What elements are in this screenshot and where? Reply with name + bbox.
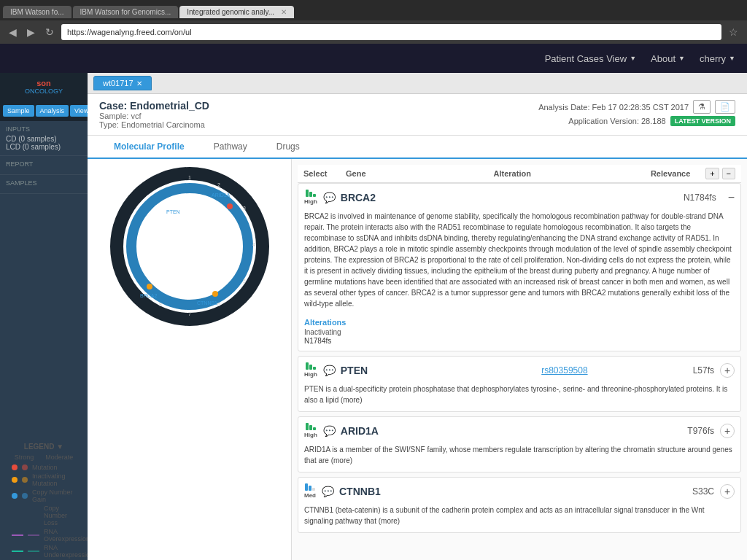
legend-item-copy-loss: Copy Number Loss <box>12 505 76 526</box>
gene-headers: Select Gene Alteration Relevance + − <box>298 165 741 183</box>
legend-item-rna-under: RNA Underexpression <box>12 544 76 559</box>
browser-tabs: IBM Watson fo... IBM Watson for Genomics… <box>0 0 747 20</box>
tab-pathway[interactable]: Pathway <box>199 136 262 159</box>
arid1a-bar-3 <box>313 427 316 430</box>
arid1a-relevance-badge: High <box>304 423 317 438</box>
brca2-relevance-label: High <box>304 198 317 205</box>
brca2-bar-2 <box>309 192 312 197</box>
refresh-button[interactable]: ↻ <box>42 25 57 39</box>
browser-tab-1[interactable]: IBM Watson fo... <box>3 6 71 18</box>
case-name: Case: Endometrial_CD <box>99 100 209 112</box>
arid1a-header[interactable]: High 💬 ARID1A T976fs + <box>298 417 740 444</box>
sidebar-sample-btn[interactable]: Sample <box>3 105 34 117</box>
pten-expand-button[interactable]: + <box>720 363 735 378</box>
case-header: Case: Endometrial_CD Sample: vcf Type: E… <box>88 94 747 136</box>
arid1a-bar-2 <box>309 425 312 430</box>
app-container: son ONCOLOGY Sample Analysis View Inputs… <box>0 73 747 560</box>
sidebar-inputs-value: CD (0 samples) <box>6 135 82 143</box>
svg-text:5: 5 <box>243 279 246 284</box>
sidebar-report-section: report <box>0 156 88 175</box>
expand-all-button[interactable]: + <box>705 168 719 179</box>
ctnnb1-header[interactable]: Med 💬 CTNNB1 S33C + <box>298 478 740 505</box>
brca2-collapse-icon[interactable]: − <box>728 191 735 204</box>
tab-drugs[interactable]: Drugs <box>262 136 314 159</box>
arid1a-mutation: T976fs <box>530 426 714 436</box>
circular-genome-svg: 1 2 3 4 5 6 7 8 ARID1A BRCA <box>109 166 270 327</box>
browser-tab-2[interactable]: IBM Watson for Genomics... <box>73 6 179 18</box>
copy-loss-label: Copy Number Loss <box>44 505 76 526</box>
svg-text:PTEN: PTEN <box>166 209 180 214</box>
svg-text:3: 3 <box>243 206 246 211</box>
brca2-mutation: N1784fs <box>531 192 716 203</box>
patient-cases-dropdown-icon: ▼ <box>630 55 636 62</box>
inactivating-dot-2 <box>22 477 28 483</box>
svg-text:6: 6 <box>217 302 220 307</box>
svg-point-12 <box>147 284 152 289</box>
browser-tab-3[interactable]: Integrated genomic analy... ✕ <box>179 6 294 18</box>
tab-close-icon[interactable]: ✕ <box>281 8 287 16</box>
about-dropdown-icon: ▼ <box>678 55 685 62</box>
ctnnb1-bar-3 <box>312 488 315 491</box>
export-button[interactable]: 📄 <box>715 100 735 114</box>
arid1a-expand-button[interactable]: + <box>720 424 735 438</box>
sidebar-analysis-btn[interactable]: Analysis <box>36 105 69 117</box>
copy-loss-line <box>12 515 23 516</box>
brca2-alteration-value: N1784fs <box>304 337 735 345</box>
brca2-gene-name: BRCA2 <box>341 192 525 203</box>
tab-bar: Molecular Profile Pathway Drugs <box>88 136 747 159</box>
case-tab-strip: wt01717 ✕ <box>88 73 747 94</box>
sidebar-lcd-value: LCD (0 samples) <box>6 143 82 151</box>
legend-item-copy-gain: Copy Number Gain <box>12 489 76 503</box>
svg-point-11 <box>227 203 233 209</box>
back-button[interactable]: ◀ <box>6 25 20 39</box>
legend-item-mutation: Mutation <box>12 464 76 471</box>
patient-cases-nav[interactable]: Patient Cases View ▼ <box>545 53 636 64</box>
svg-text:1: 1 <box>188 175 191 180</box>
evidence-labels: Strong Moderate <box>12 454 76 461</box>
version-row: Application Version: 28.188 LATEST VERSI… <box>568 116 735 126</box>
ctnnb1-expand-button[interactable]: + <box>720 484 735 499</box>
version-badge: LATEST VERSION <box>670 116 735 126</box>
brca2-header[interactable]: High 💬 BRCA2 N1784fs − <box>298 184 740 211</box>
filter-button[interactable]: ⚗ <box>693 100 711 114</box>
about-nav[interactable]: About ▼ <box>651 53 685 64</box>
svg-text:2: 2 <box>217 182 220 187</box>
sidebar-inputs-label: Inputs <box>6 125 82 133</box>
pten-gene-name: PTEN <box>341 365 461 376</box>
ctnnb1-bar-1 <box>305 483 308 491</box>
brca2-bar-3 <box>313 194 316 197</box>
ctnnb1-description: CTNNB1 (beta-catenin) is a subunit of th… <box>298 505 740 532</box>
pten-bars <box>306 362 316 370</box>
app-navbar: Patient Cases View ▼ About ▼ cherry ▼ <box>0 44 747 73</box>
gene-entry-brca2: High 💬 BRCA2 N1784fs − BRCA2 is involved… <box>298 183 741 351</box>
content-area: 1 2 3 4 5 6 7 8 ARID1A BRCA <box>88 159 747 560</box>
svg-point-13 <box>212 291 218 297</box>
user-dropdown-icon: ▼ <box>729 55 735 62</box>
arid1a-gene-name: ARID1A <box>341 425 525 437</box>
sidebar-samples-section: samples <box>0 175 88 194</box>
bookmark-icon[interactable]: ☆ <box>726 25 741 39</box>
arid1a-bar-1 <box>306 423 309 430</box>
pten-mutation-link[interactable]: rs80359508 <box>467 365 587 376</box>
user-nav[interactable]: cherry ▼ <box>700 53 735 64</box>
browser-toolbar: ◀ ▶ ↻ ☆ <box>0 20 747 44</box>
gene-entry-pten: High 💬 PTEN rs80359508 L57fs + PTEN is a… <box>298 356 741 412</box>
header-relevance: Relevance <box>641 169 700 178</box>
brca2-alteration-type: Inactivating <box>304 328 735 336</box>
arid1a-relevance-label: High <box>304 432 317 438</box>
header-alteration: Alteration <box>494 169 636 178</box>
url-bar[interactable] <box>61 24 721 40</box>
svg-text:8: 8 <box>159 302 162 307</box>
collapse-all-button[interactable]: − <box>722 168 735 179</box>
ctnnb1-gene-name: CTNNB1 <box>339 486 524 497</box>
ctnnb1-bars <box>305 483 315 491</box>
case-tab-wt01717[interactable]: wt01717 ✕ <box>93 76 152 90</box>
case-tab-close-icon[interactable]: ✕ <box>136 79 142 88</box>
sidebar-logo: son ONCOLOGY <box>0 73 88 101</box>
rna-under-label: RNA Underexpression <box>44 544 93 559</box>
legend-item-rna-over: RNA Overexpression <box>12 528 76 542</box>
gene-panel: Select Gene Alteration Relevance + − <box>292 159 747 560</box>
pten-header[interactable]: High 💬 PTEN rs80359508 L57fs + <box>298 357 740 384</box>
forward-button[interactable]: ▶ <box>24 25 38 39</box>
tab-molecular-profile[interactable]: Molecular Profile <box>99 136 199 159</box>
